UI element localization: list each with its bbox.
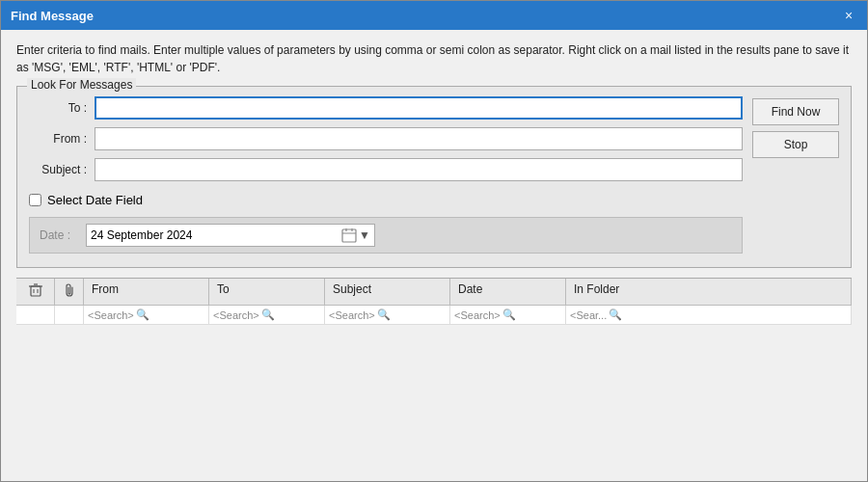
date-value: 24 September 2024 — [91, 228, 192, 242]
search-row: <Search> 🔍 <Search> 🔍 <Search> 🔍 <Search… — [16, 306, 852, 325]
dropdown-arrow-icon: ▼ — [359, 228, 370, 242]
svg-rect-4 — [31, 286, 41, 296]
find-now-button[interactable]: Find Now — [752, 98, 839, 125]
col-header-attach — [55, 279, 84, 305]
find-message-dialog: Find Message × Enter criteria to find ma… — [0, 0, 868, 482]
search-cell-attach — [55, 306, 84, 324]
delete-icon — [28, 282, 43, 298]
to-search-text: <Search> — [213, 309, 259, 321]
date-picker-icon: ▼ — [341, 228, 370, 243]
search-cell-folder[interactable]: <Sear... 🔍 — [566, 306, 852, 324]
col-header-date: Date — [450, 279, 566, 305]
subject-input[interactable] — [95, 158, 743, 181]
subject-row: Subject : — [29, 158, 743, 181]
svg-rect-0 — [342, 229, 356, 242]
attachment-icon — [63, 282, 76, 298]
checkbox-row: Select Date Field — [29, 193, 743, 207]
form-buttons: Find Now Stop — [752, 96, 839, 254]
search-cell-date[interactable]: <Search> 🔍 — [450, 306, 566, 324]
from-label: From : — [29, 132, 87, 146]
title-bar: Find Message × — [1, 1, 867, 30]
folder-search-icon[interactable]: 🔍 — [609, 308, 622, 321]
date-search-icon[interactable]: 🔍 — [502, 308, 516, 321]
form-fields: To : From : Subject : — [29, 96, 743, 254]
stop-button[interactable]: Stop — [752, 131, 839, 158]
group-legend: Look For Messages — [27, 78, 136, 92]
col-header-folder: In Folder — [566, 279, 852, 305]
results-header: From To Subject Date In Folder — [16, 279, 852, 306]
date-label: Date : — [40, 228, 78, 242]
col-header-from: From — [84, 279, 209, 305]
date-picker[interactable]: 24 September 2024 ▼ — [86, 224, 375, 247]
results-area: From To Subject Date In Folder <Search> … — [16, 278, 852, 325]
search-cell-to[interactable]: <Search> 🔍 — [209, 306, 325, 324]
search-cell-delete — [16, 306, 55, 324]
subject-search-text: <Search> — [329, 309, 375, 321]
from-row: From : — [29, 127, 743, 150]
col-header-delete — [16, 279, 55, 305]
col-header-subject: Subject — [325, 279, 450, 305]
look-for-messages-group: Look For Messages To : From : — [16, 86, 852, 268]
col-header-to: To — [209, 279, 325, 305]
to-search-icon[interactable]: 🔍 — [261, 308, 275, 321]
from-search-icon[interactable]: 🔍 — [136, 308, 149, 321]
from-input[interactable] — [95, 127, 743, 150]
dialog-body: Enter criteria to find mails. Enter mult… — [1, 30, 867, 481]
select-date-checkbox[interactable] — [29, 194, 41, 206]
to-input[interactable] — [95, 96, 743, 120]
select-date-label[interactable]: Select Date Field — [47, 193, 143, 207]
folder-search-text: <Sear... — [570, 309, 607, 321]
search-cell-subject[interactable]: <Search> 🔍 — [325, 306, 450, 324]
subject-search-icon[interactable]: 🔍 — [377, 308, 391, 321]
info-text: Enter criteria to find mails. Enter mult… — [16, 41, 852, 76]
to-label: To : — [29, 101, 87, 115]
dialog-title: Find Message — [11, 9, 94, 23]
form-area: To : From : Subject : — [29, 96, 839, 254]
from-search-text: <Search> — [88, 309, 134, 321]
date-search-text: <Search> — [454, 309, 501, 321]
search-cell-from[interactable]: <Search> 🔍 — [84, 306, 209, 324]
subject-label: Subject : — [29, 163, 87, 176]
close-button[interactable]: × — [840, 7, 857, 24]
calendar-icon — [341, 228, 357, 243]
to-row: To : — [29, 96, 743, 120]
date-section: Date : 24 September 2024 ▼ — [29, 217, 743, 254]
